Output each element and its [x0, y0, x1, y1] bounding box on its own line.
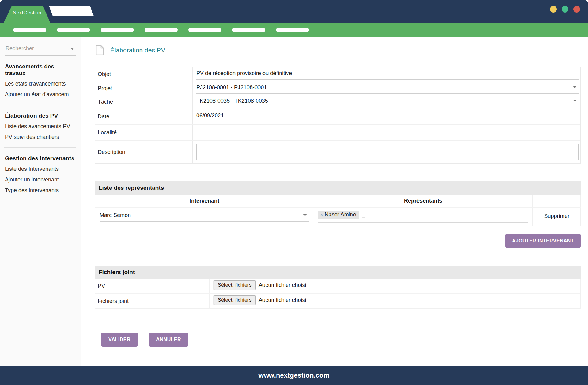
fichiers-table: PV Sélect. fichiers Aucun fichier choisi…: [95, 279, 581, 309]
supprimer-link[interactable]: Supprimer: [533, 208, 581, 226]
pv-form: Objet Projet PJ2108-0001 - PJ2108-0001: [95, 67, 581, 164]
nav-pill-1[interactable]: [13, 28, 46, 32]
table-row-pv-file: PV Sélect. fichiers Aucun fichier choisi: [95, 279, 580, 294]
col-header-intervenant: Intervenant: [95, 195, 314, 208]
joint-file-select-button[interactable]: Sélect. fichiers: [214, 295, 256, 305]
representants-section-title: Liste des représentants: [95, 181, 581, 195]
objet-label: Objet: [95, 67, 193, 82]
representants-table: Intervenant Représentants Marc Semon ×: [95, 195, 581, 226]
sidebar-item-ajouter-etat-avancement[interactable]: Ajouter un état d'avancem...: [5, 89, 76, 100]
fichiers-section-title: Fichiers joint: [95, 266, 581, 279]
projet-select[interactable]: PJ2108-0001 - PJ2108-0001: [196, 83, 579, 94]
localite-input[interactable]: [196, 127, 579, 138]
table-row-representants-cell: × Naser Amine _: [314, 208, 533, 226]
representants-section: Liste des représentants Intervenant Repr…: [95, 181, 581, 226]
top-header-bar: NextGestion: [0, 0, 588, 23]
sidebar-divider: [4, 105, 76, 105]
sidebar-heading-elaboration-pv: Élaboration des PV: [5, 112, 76, 119]
representants-multiselect[interactable]: × Naser Amine _: [318, 210, 528, 223]
ajouter-intervenant-button[interactable]: AJOUTER INTERVENANT: [505, 234, 581, 248]
sidebar-item-pv-suivi-chantiers[interactable]: PV suivi des chantiers: [5, 132, 76, 143]
date-input[interactable]: [196, 111, 255, 122]
footer-bar: www.nextgestion.com: [0, 366, 588, 385]
brand-logo-text: NextGestion: [13, 10, 41, 16]
sidebar: Avancements des travaux Les états d'avan…: [0, 37, 81, 366]
app-window: NextGestion Avancements des travaux Les …: [0, 0, 588, 385]
tache-select-value: TK2108-0035 - TK2108-0035: [196, 98, 268, 104]
annuler-button[interactable]: ANNULER: [149, 333, 188, 347]
secondary-tab[interactable]: [49, 6, 94, 16]
sidebar-item-liste-intervenants[interactable]: Liste des Intervenants: [5, 164, 76, 174]
remove-tag-icon[interactable]: ×: [320, 212, 323, 217]
page-title: Élaboration des PV: [110, 47, 165, 54]
nav-pill-5[interactable]: [188, 28, 221, 32]
representant-tag: × Naser Amine: [318, 211, 359, 219]
description-textarea[interactable]: [196, 144, 579, 160]
pv-file-select-button[interactable]: Sélect. fichiers: [214, 280, 256, 290]
table-row-joint-file: Fichiers joint Sélect. fichiers Aucun fi…: [95, 294, 580, 308]
sidebar-item-ajouter-intervenant[interactable]: Ajouter un intervenant: [5, 174, 76, 185]
nav-pill-3[interactable]: [101, 28, 134, 32]
joint-file-status: Aucun fichier choisi: [259, 297, 306, 303]
window-control-yellow-icon[interactable]: [550, 6, 557, 13]
pv-file-label: PV: [95, 279, 210, 293]
nav-pill-6[interactable]: [232, 28, 265, 32]
sidebar-heading-avancements: Avancements des travaux: [5, 63, 76, 77]
projet-label: Projet: [95, 82, 193, 95]
nav-pill-7[interactable]: [276, 28, 309, 32]
projet-select-value: PJ2108-0001 - PJ2108-0001: [196, 84, 267, 90]
intervenant-select-value: Marc Semon: [100, 212, 131, 218]
sidebar-item-etats-avancements[interactable]: Les états d'avancements: [5, 78, 76, 89]
main-content: Élaboration des PV Objet Projet PJ2108-0…: [81, 37, 588, 366]
joint-file-label: Fichiers joint: [95, 294, 210, 308]
col-header-representants: Représentants: [314, 195, 533, 208]
representant-tag-label: Naser Amine: [325, 212, 356, 218]
sidebar-item-liste-avancements-pv[interactable]: Liste des avancements PV: [5, 121, 76, 132]
fichiers-section: Fichiers joint PV Sélect. fichiers Aucun…: [95, 266, 581, 309]
chevron-down-icon: [303, 214, 307, 216]
valider-button[interactable]: VALIDER: [101, 333, 138, 347]
pv-file-status: Aucun fichier choisi: [259, 282, 306, 288]
chevron-down-icon[interactable]: [70, 48, 74, 50]
table-row-intervenant-cell: Marc Semon: [95, 208, 314, 226]
sidebar-heading-gestion-intervenants: Gestion des intervenants: [5, 155, 76, 162]
footer-url: www.nextgestion.com: [258, 372, 329, 379]
nav-pill-2[interactable]: [57, 28, 90, 32]
tache-label: Tâche: [95, 95, 193, 109]
chevron-down-icon: [573, 86, 577, 88]
localite-label: Localité: [95, 125, 193, 140]
main-navbar: [0, 23, 588, 37]
sidebar-item-type-intervenants[interactable]: Type des intervenants: [5, 185, 76, 196]
date-label: Date: [95, 109, 193, 124]
window-control-teal-icon[interactable]: [562, 6, 568, 13]
intervenant-select[interactable]: Marc Semon: [100, 211, 309, 222]
search-input[interactable]: [5, 43, 76, 56]
text-cursor: _: [362, 212, 365, 218]
objet-input[interactable]: [196, 69, 579, 80]
nav-pill-4[interactable]: [145, 28, 178, 32]
window-control-red-icon[interactable]: [573, 6, 580, 13]
chevron-down-icon: [573, 100, 577, 102]
description-label: Description: [95, 141, 193, 163]
sidebar-divider: [4, 147, 76, 148]
window-controls: [550, 6, 580, 13]
sidebar-divider: [4, 201, 76, 201]
tache-select[interactable]: TK2108-0035 - TK2108-0035: [196, 97, 579, 107]
col-header-actions: [533, 195, 581, 208]
brand-tab[interactable]: NextGestion: [4, 6, 50, 23]
document-icon: [96, 45, 104, 55]
